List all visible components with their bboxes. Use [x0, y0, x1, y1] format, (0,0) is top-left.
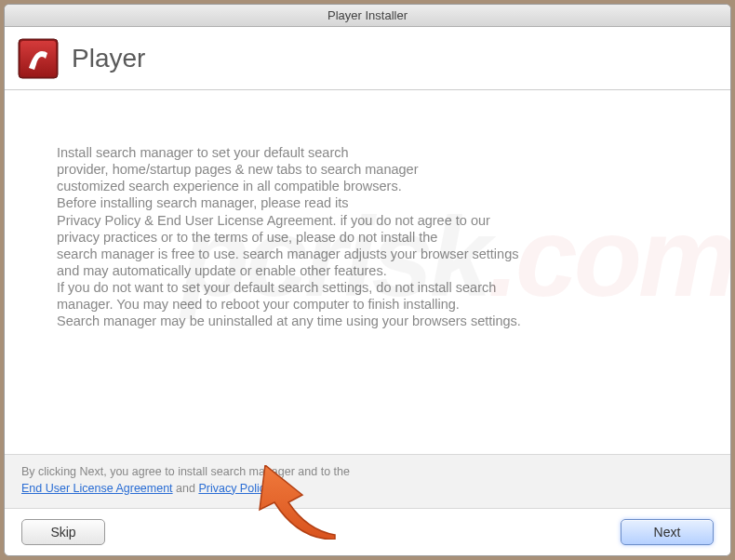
titlebar: Player Installer [5, 5, 730, 27]
eula-link[interactable]: End User License Agreement [21, 482, 173, 495]
agreement-bar: By clicking Next, you agree to install s… [5, 454, 730, 509]
content-area: pcrisk.com Install search manager to set… [5, 90, 730, 454]
privacy-policy-link[interactable]: Privacy Policy [198, 482, 270, 495]
footer: Skip Next [5, 509, 730, 555]
agreement-prefix: By clicking Next, you agree to install s… [21, 465, 350, 478]
skip-button[interactable]: Skip [21, 519, 105, 545]
header: Player [5, 27, 730, 90]
body-text: Install search manager to set your defau… [57, 144, 678, 329]
header-title: Player [72, 44, 145, 73]
installer-window: Player Installer Player pcrisk.com Insta… [4, 4, 731, 556]
agreement-suffix: . [270, 482, 273, 495]
next-button[interactable]: Next [621, 519, 714, 545]
flash-player-icon [18, 38, 59, 79]
agreement-joiner: and [173, 482, 199, 495]
window-title: Player Installer [327, 8, 408, 22]
